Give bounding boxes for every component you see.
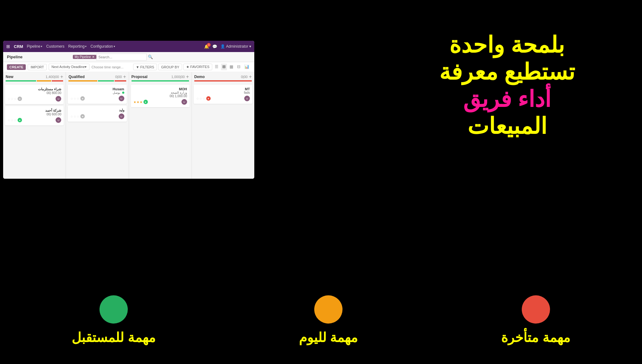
grid-view-btn[interactable]: ▦ (228, 64, 235, 70)
col-add-proposal[interactable]: + (186, 74, 189, 80)
star-icon: ☆ (14, 119, 17, 122)
star-icon: ☆ (8, 119, 10, 122)
chart-view-btn[interactable]: 📊 (243, 64, 251, 70)
group-by-button[interactable]: GROUP BY (158, 64, 182, 70)
toolbar: CREATE IMPORT Next Activity Deadline▾ Ch… (3, 62, 254, 72)
toolbar-right: ▼ FILTERS GROUP BY ★ FAVORITES ☰ ⊞ ▦ ⊟ 📊 (133, 64, 251, 70)
activity-icon[interactable]: ● (18, 118, 22, 122)
star-icon: ★ (140, 100, 143, 104)
card-stars: ★ ★ ★ (133, 100, 143, 104)
col-header-proposal: Proposal 1,000|00 + (129, 72, 192, 80)
card-title: MT (196, 87, 250, 91)
user-avatar: U (119, 96, 124, 101)
notification-badge: 1 (207, 43, 211, 47)
create-button[interactable]: CREATE (7, 64, 26, 70)
col-title-proposal: Proposal (132, 75, 171, 79)
star-icon: ☆ (14, 97, 17, 101)
card-footer: ☆ ☆ ☆ ● U (196, 96, 250, 101)
chat-icon[interactable]: 💬 (212, 44, 217, 49)
kanban-card[interactable]: شركة أحمد 600.00 |00 ☆ ☆ ☆ ● U (5, 106, 64, 125)
bottom-item-late: مهمة متأخرة (501, 295, 570, 345)
favorites-button[interactable]: ★ FAVORITES (183, 64, 212, 70)
activity-icon[interactable]: ● (143, 100, 148, 104)
search-input[interactable] (96, 54, 147, 61)
tag-close-icon[interactable]: ✕ (92, 55, 94, 59)
progress-red (52, 80, 63, 82)
notifications-icon[interactable]: 🔔 1 (204, 44, 209, 49)
nav-bar: ⊞ CRM Pipeline ▾ Customers Reporting ▾ C… (3, 41, 254, 52)
my-pipeline-tag[interactable]: My Pipeline ✕ (73, 55, 96, 59)
star-icon: ☆ (77, 115, 79, 118)
nav-customers[interactable]: Customers (46, 44, 64, 49)
admin-user[interactable]: 👤 Administrator ▾ (220, 44, 251, 49)
card-subtitle: وزارة الصحة (133, 91, 187, 94)
user-avatar: U (119, 113, 124, 119)
star-icon: ☆ (73, 97, 76, 100)
card-title: وليد (70, 108, 124, 112)
star-icon: ★ (133, 100, 136, 104)
bottom-section: مهمة للمستقبل مهمة لليوم مهمة متأخرة (0, 295, 642, 345)
star-icon: ☆ (11, 119, 13, 122)
card-footer: ☆ ☆ ☆ ● U (70, 96, 124, 101)
kanban-card[interactable]: شراء مستلزمات 800.00 |00 ☆ ☆ ☆ ● U (5, 85, 64, 104)
card-stars: ☆ ☆ ☆ (70, 115, 79, 118)
col-progress-new (6, 80, 63, 82)
online-dot (122, 92, 124, 94)
col-count-new: 1,400|00 (46, 75, 59, 79)
star-icon: ☆ (73, 115, 76, 118)
activity-icon[interactable]: ● (80, 114, 85, 119)
kanban-card[interactable]: Husam يوصل ☆ ☆ ☆ ● U (68, 85, 127, 104)
next-deadline-button[interactable]: Next Activity Deadline▾ (49, 64, 89, 70)
col-add-new[interactable]: + (60, 74, 63, 80)
kanban-card[interactable]: MT fads ☆ ☆ ☆ ● U (194, 85, 252, 104)
col-count-qualified: 0|00 (115, 75, 122, 79)
nav-configuration[interactable]: Configuration ▾ (90, 44, 115, 49)
col-add-demo[interactable]: + (249, 74, 252, 80)
col-progress-proposal (132, 80, 189, 82)
activity-icon[interactable]: ● (80, 96, 85, 101)
import-button[interactable]: IMPORT (28, 64, 47, 70)
crm-logo: CRM (14, 44, 23, 49)
star-icon: ☆ (11, 97, 13, 101)
green-dot (100, 295, 128, 324)
star-icon: ★ (137, 100, 139, 104)
col-progress-qualified (68, 80, 126, 82)
kanban-card[interactable]: وليد ☆ ☆ ☆ ● U (68, 106, 127, 122)
kanban-board: New 1,400|00 + شراء مستلزمات 800.00 |00 … (3, 72, 254, 179)
col-title-qualified: Qualified (68, 75, 115, 79)
col-header-qualified: Qualified 0|00 + (66, 72, 128, 80)
list-view-btn[interactable]: ☰ (213, 64, 220, 70)
grid-icon[interactable]: ⊞ (6, 44, 10, 49)
search-icon[interactable]: 🔍 (148, 55, 153, 59)
star-icon: ☆ (196, 97, 199, 100)
progress-green (98, 80, 114, 82)
kanban-cards-proposal: MOH وزارة الصحة 1,000.00 |00 ★ ★ ★ ● U (129, 83, 192, 179)
progress-red (194, 80, 252, 82)
nav-pipeline[interactable]: Pipeline ▾ (27, 44, 43, 49)
heading-line3: المبيعات (397, 113, 617, 140)
card-amount: 800.00 |00 (8, 91, 61, 95)
kanban-card[interactable]: MOH وزارة الصحة 1,000.00 |00 ★ ★ ★ ● U (131, 85, 190, 107)
crm-window: ⊞ CRM Pipeline ▾ Customers Reporting ▾ C… (3, 41, 254, 179)
user-avatar: U (181, 99, 187, 105)
card-footer: ☆ ☆ ☆ ● U (70, 113, 124, 119)
map-view-btn[interactable]: ⊟ (236, 64, 242, 70)
kanban-col-new: New 1,400|00 + شراء مستلزمات 800.00 |00 … (3, 72, 66, 179)
yellow-dot (314, 295, 343, 324)
kanban-view-btn[interactable]: ⊞ (221, 64, 227, 70)
card-title: MOH (133, 87, 187, 91)
star-icon: ☆ (199, 97, 202, 100)
reporting-dropdown-icon: ▾ (85, 45, 87, 48)
nav-reporting[interactable]: Reporting ▾ (68, 44, 87, 49)
activity-icon[interactable]: ● (18, 97, 22, 101)
col-title-demo: Demo (194, 75, 241, 79)
filters-button[interactable]: ▼ FILTERS (133, 64, 157, 70)
star-icon: ☆ (70, 115, 73, 118)
activity-icon[interactable]: ● (206, 96, 211, 101)
card-amount: 600.00 |00 (8, 113, 61, 116)
kanban-col-qualified: Qualified 0|00 + Husam يوصل (66, 72, 129, 179)
nav-right: 🔔 1 💬 👤 Administrator ▾ (204, 44, 251, 49)
col-add-qualified[interactable]: + (123, 74, 126, 80)
col-count-demo: 0|00 (241, 75, 247, 79)
col-header-new: New 1,400|00 + (3, 72, 66, 80)
